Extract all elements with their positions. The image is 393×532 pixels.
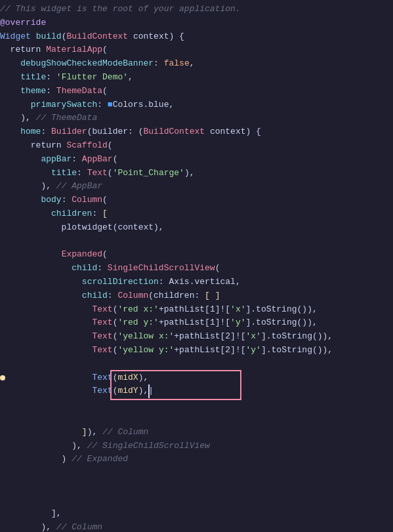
code-line-31: [0, 412, 393, 426]
code-line-37: [0, 494, 393, 508]
code-line-4: return MaterialApp(: [0, 43, 393, 57]
code-line-6: title: 'Flutter Demo',: [0, 71, 393, 85]
code-line-3: Widget build(BuildContext context) {: [0, 30, 393, 44]
code-line-7: theme: ThemeData(: [0, 85, 393, 98]
code-line-11: return Scaffold(: [0, 139, 393, 153]
code-line-1: // This widget is the root of your appli…: [0, 3, 393, 16]
code-line-16: children: [: [0, 207, 393, 221]
code-line-36: [0, 480, 393, 494]
code-line-17: plotwidget(context),: [0, 221, 393, 235]
code-line-38: ],: [0, 507, 393, 521]
code-line-22: child: Column(children: [ ]: [0, 289, 393, 303]
code-line-39: ), // Column: [0, 521, 393, 532]
code-line-27: [0, 358, 393, 371]
code-line-19: Expanded(: [0, 248, 393, 262]
code-line-18: [0, 235, 393, 249]
red-box-region: Text(midX), Text(midY),|: [0, 371, 393, 399]
code-line-28: Text(midX),: [0, 371, 393, 385]
code-line-23: Text('red x:'+pathList[1]!['x'].toString…: [0, 303, 393, 317]
code-line-32: ]), // Column: [0, 426, 393, 440]
code-line-24: Text('red y:'+pathList[1]!['y'].toString…: [0, 316, 393, 330]
code-line-30: [0, 398, 393, 412]
code-line-34: ) // Expanded: [0, 453, 393, 466]
code-line-12: appBar: AppBar(: [0, 153, 393, 167]
code-line-20: child: SingleChildScrollView(: [0, 262, 393, 276]
code-line-5: debugShowCheckedModeBanner: false,: [0, 57, 393, 71]
code-line-8: primarySwatch: ■Colors.blue,: [0, 98, 393, 112]
code-line-25: Text('yellow x:'+pathList[2]!['x'].toStr…: [0, 330, 393, 344]
code-line-35: [0, 466, 393, 480]
yellow-marker: [0, 375, 5, 380]
code-line-29: Text(midY),|: [0, 384, 393, 398]
code-line-9: ), // ThemeData: [0, 112, 393, 125]
code-line-2: @override: [0, 16, 393, 30]
code-line-13: title: Text('Point_Charge'),: [0, 167, 393, 180]
code-line-15: body: Column(: [0, 194, 393, 207]
code-line-26: Text('yellow y:'+pathList[2]!['y'].toStr…: [0, 344, 393, 358]
cursor: |: [148, 384, 150, 398]
code-line-21: scrollDirection: Axis.vertical,: [0, 276, 393, 289]
code-line-33: ), // SingleChildScrollView: [0, 440, 393, 453]
code-editor: // This widget is the root of your appli…: [0, 0, 393, 532]
code-line-14: ), // AppBar: [0, 180, 393, 194]
code-line-10: home: Builder(builder: (BuildContext con…: [0, 125, 393, 139]
